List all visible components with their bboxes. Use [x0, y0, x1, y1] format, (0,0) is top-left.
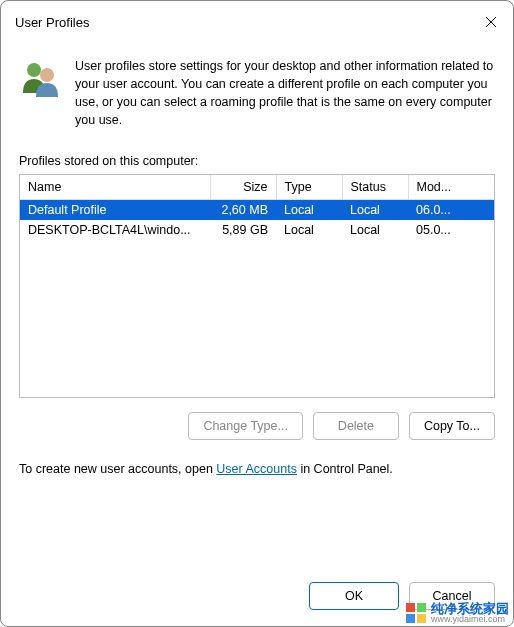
help-suffix: in Control Panel. [297, 462, 393, 476]
user-accounts-link[interactable]: User Accounts [216, 462, 297, 476]
profiles-table: Name Size Type Status Mod... Default Pro… [20, 175, 494, 240]
change-type-button[interactable]: Change Type... [188, 412, 303, 440]
cell-size: 5,89 GB [210, 220, 276, 240]
table-row[interactable]: DESKTOP-BCLTA4L\windo...5,89 GBLocalLoca… [20, 220, 494, 240]
cell-type: Local [276, 199, 342, 220]
column-header-name[interactable]: Name [20, 175, 210, 200]
cell-modified: 06.0... [408, 199, 494, 220]
table-header-row: Name Size Type Status Mod... [20, 175, 494, 200]
svg-point-3 [40, 68, 54, 82]
column-header-modified[interactable]: Mod... [408, 175, 494, 200]
profiles-label: Profiles stored on this computer: [19, 154, 495, 168]
ok-button[interactable]: OK [309, 582, 399, 610]
watermark-url: www.yidaimei.com [431, 615, 509, 624]
cell-modified: 05.0... [408, 220, 494, 240]
svg-point-2 [27, 63, 41, 77]
intro-text: User profiles store settings for your de… [75, 57, 495, 130]
svg-rect-6 [406, 614, 415, 623]
profile-action-buttons: Change Type... Delete Copy To... [19, 412, 495, 440]
user-profiles-dialog: User Profiles User profiles store settin… [0, 0, 514, 627]
column-header-size[interactable]: Size [210, 175, 276, 200]
cell-status: Local [342, 199, 408, 220]
close-button[interactable] [483, 14, 499, 30]
cell-status: Local [342, 220, 408, 240]
close-icon [485, 16, 497, 28]
column-header-type[interactable]: Type [276, 175, 342, 200]
column-header-status[interactable]: Status [342, 175, 408, 200]
dialog-buttons: OK Cancel [309, 582, 495, 610]
cell-type: Local [276, 220, 342, 240]
window-title: User Profiles [15, 15, 89, 30]
cell-size: 2,60 MB [210, 199, 276, 220]
delete-button[interactable]: Delete [313, 412, 399, 440]
cell-name: DESKTOP-BCLTA4L\windo... [20, 220, 210, 240]
svg-rect-7 [417, 614, 426, 623]
users-icon [19, 57, 63, 101]
copy-to-button[interactable]: Copy To... [409, 412, 495, 440]
titlebar: User Profiles [1, 1, 513, 39]
table-row[interactable]: Default Profile2,60 MBLocalLocal06.0... [20, 199, 494, 220]
intro-section: User profiles store settings for your de… [19, 57, 495, 130]
dialog-content: User profiles store settings for your de… [1, 39, 513, 508]
help-prefix: To create new user accounts, open [19, 462, 216, 476]
help-text: To create new user accounts, open User A… [19, 462, 495, 476]
cell-name: Default Profile [20, 199, 210, 220]
profiles-table-container: Name Size Type Status Mod... Default Pro… [19, 174, 495, 398]
cancel-button[interactable]: Cancel [409, 582, 495, 610]
